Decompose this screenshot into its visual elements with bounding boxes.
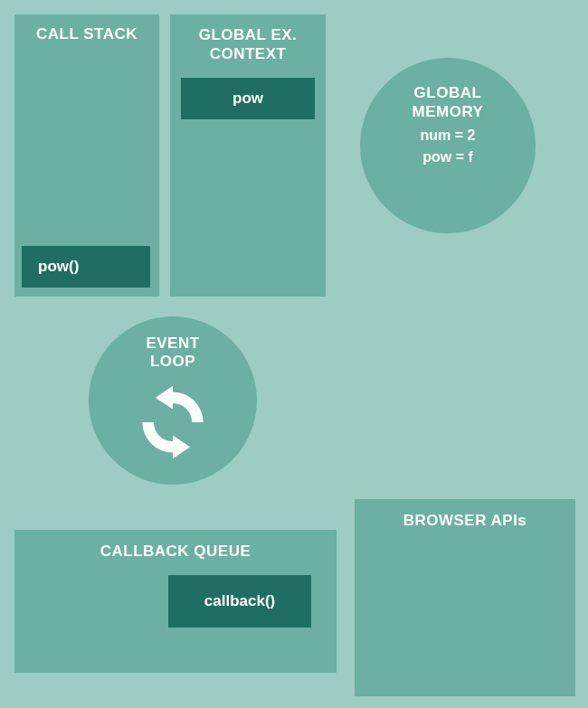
browser-apis-title: BROWSER APIs — [355, 499, 575, 530]
global-memory-line1: num = 2 — [421, 127, 476, 144]
global-exec-context-panel: GLOBAL EX. CONTEXT — [170, 14, 326, 297]
gec-title-line2: CONTEXT — [210, 45, 287, 62]
global-exec-context-title: GLOBAL EX. CONTEXT — [170, 14, 326, 64]
event-loop-title-line2: LOOP — [150, 353, 195, 370]
event-loop-title: EVENT LOOP — [146, 335, 199, 372]
gec-title-line1: GLOBAL EX. — [199, 26, 298, 43]
svg-marker-0 — [156, 385, 173, 409]
svg-marker-1 — [173, 435, 190, 458]
event-loop-title-line1: EVENT — [146, 335, 199, 352]
global-memory-title: GLOBAL MEMORY — [413, 83, 484, 122]
global-exec-context-item: pow — [181, 78, 315, 119]
global-memory-circle: GLOBAL MEMORY num = 2 pow = f — [360, 58, 536, 233]
callback-queue-item: callback() — [168, 575, 311, 628]
call-stack-title: CALL STACK — [14, 14, 159, 43]
callback-queue-title: CALLBACK QUEUE — [14, 530, 337, 561]
loop-arrows-icon — [129, 379, 216, 466]
browser-apis-panel: BROWSER APIs — [355, 499, 575, 696]
event-loop-circle: EVENT LOOP — [89, 316, 257, 485]
global-memory-title-line1: GLOBAL — [414, 84, 482, 101]
call-stack-item: pow() — [22, 246, 150, 288]
global-memory-line2: pow = f — [422, 149, 473, 165]
global-memory-title-line2: MEMORY — [413, 103, 484, 120]
